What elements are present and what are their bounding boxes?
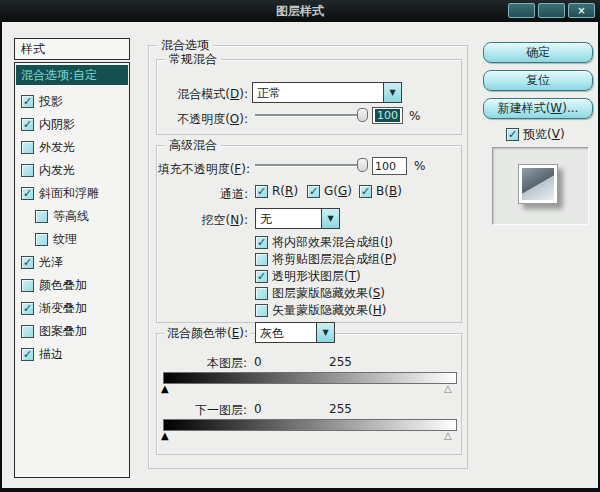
ok-button[interactable]: 确定 [483,42,593,63]
channel-g[interactable]: ✓ G(G) [307,184,352,198]
fill-opacity-slider-track [255,164,368,167]
blend-if-value: 灰色 [256,323,316,342]
this-layer-white-stop[interactable]: △ [444,384,452,394]
option-blend-clipped[interactable]: 将剪贴图层混合成组(P) [255,251,397,268]
channel-g-label: G(G) [324,184,352,198]
style-preview-panel [492,147,589,225]
pattern-overlay-checkbox[interactable] [21,325,34,338]
inner-glow-checkbox[interactable] [21,164,34,177]
styles-panel-header: 样式 [14,38,130,60]
channel-r-label: R(R) [272,184,298,198]
maximize-button[interactable] [538,3,565,18]
fill-opacity-input[interactable]: 100 [372,157,407,175]
opacity-label: 不透明度(O): [152,111,248,128]
vector-mask-hides-checkbox[interactable] [255,304,268,317]
sidebar-item-blending-options[interactable]: 混合选项:自定 [16,65,128,85]
channel-b[interactable]: ✓ B(B) [359,184,402,198]
chevron-down-icon[interactable]: ▼ [383,83,401,102]
texture-checkbox[interactable] [35,233,48,246]
underlying-layer-black-stop[interactable]: ▲ [161,431,169,441]
sidebar-item-inner-shadow[interactable]: ✓ 内阴影 [21,116,75,132]
this-layer-min: 0 [254,355,262,369]
option-vector-mask-hides[interactable]: 矢量蒙版隐藏效果(H) [255,302,386,319]
underlying-layer-label: 下一图层: [152,402,247,419]
bevel-emboss-checkbox[interactable]: ✓ [21,187,34,200]
stroke-checkbox[interactable]: ✓ [21,348,34,361]
opacity-slider[interactable] [255,108,368,122]
opacity-value: 100 [375,109,400,122]
knockout-value: 无 [256,209,321,228]
blend-clipped-checkbox[interactable] [255,253,268,266]
sidebar-item-gradient-overlay[interactable]: ✓ 渐变叠加 [21,300,87,316]
chevron-down-icon[interactable]: ▼ [321,209,339,228]
channel-r-checkbox[interactable]: ✓ [255,185,268,198]
underlying-layer-white-stop[interactable]: △ [444,431,452,441]
fill-opacity-slider-thumb[interactable] [357,158,368,172]
blend-mode-value: 正常 [253,83,383,102]
sidebar-item-contour[interactable]: 等高线 [35,208,89,224]
this-layer-label: 本图层: [152,355,247,372]
blend-interior-checkbox[interactable]: ✓ [255,236,268,249]
knockout-label: 挖空(N): [152,212,248,229]
knockout-dropdown[interactable]: 无 ▼ [255,208,340,229]
preview-toggle[interactable]: ✓ 预览(V) [506,126,565,143]
outer-glow-checkbox[interactable] [21,141,34,154]
blend-mode-label: 混合模式(D): [152,86,248,103]
fill-opacity-value: 100 [375,160,396,173]
titlebar[interactable]: 图层样式 × [0,0,600,22]
sidebar-item-pattern-overlay[interactable]: 图案叠加 [21,323,87,339]
sidebar-item-satin[interactable]: ✓ 光泽 [21,254,63,270]
opacity-slider-thumb[interactable] [357,108,368,122]
satin-checkbox[interactable]: ✓ [21,256,34,269]
style-preview-thumbnail [518,164,558,204]
styles-header-label: 样式 [21,41,45,58]
blend-mode-dropdown[interactable]: 正常 ▼ [252,82,402,103]
this-layer-gradient-bar [163,372,457,384]
style-preview-image [522,168,554,200]
preview-label: 预览(V) [523,126,565,143]
this-layer-max: 255 [329,355,352,369]
gradient-overlay-checkbox[interactable]: ✓ [21,302,34,315]
channel-g-checkbox[interactable]: ✓ [307,185,320,198]
sidebar-item-color-overlay[interactable]: 颜色叠加 [21,277,87,293]
sidebar-item-inner-glow[interactable]: 内发光 [21,162,75,178]
channel-r[interactable]: ✓ R(R) [255,184,298,198]
new-style-button[interactable]: 新建样式(W)... [483,98,593,119]
layer-style-dialog: 图层样式 × 样式 混合选项:自定 ✓ 投影 ✓ 内阴影 [0,0,600,492]
styles-list: 混合选项:自定 ✓ 投影 ✓ 内阴影 外发光 内发光 ✓ 斜面和浮雕 [14,62,130,478]
layer-mask-hides-checkbox[interactable] [255,287,268,300]
sidebar-item-texture[interactable]: 纹理 [35,231,77,247]
color-overlay-checkbox[interactable] [21,279,34,292]
general-blending-title: 常规混合 [165,51,221,68]
channel-b-checkbox[interactable]: ✓ [359,185,372,198]
opacity-input[interactable]: 100 [372,107,403,124]
fill-opacity-unit: % [414,159,425,173]
inner-shadow-checkbox[interactable]: ✓ [21,118,34,131]
underlying-layer-max: 255 [329,402,352,416]
opacity-unit: % [409,109,420,123]
sidebar-item-bevel-and-emboss[interactable]: ✓ 斜面和浮雕 [21,185,99,201]
option-blend-interior[interactable]: ✓ 将内部效果混合成组(I) [255,234,393,251]
sidebar-item-drop-shadow[interactable]: ✓ 投影 [21,93,63,109]
fill-opacity-label: 填充不透明度(F): [146,161,250,178]
fill-opacity-slider[interactable] [255,158,368,172]
preview-checkbox[interactable]: ✓ [506,128,519,141]
contour-checkbox[interactable] [35,210,48,223]
sidebar-item-stroke[interactable]: ✓ 描边 [21,346,63,362]
opacity-slider-track [255,114,368,117]
blend-if-group [156,333,462,455]
transparency-shapes-checkbox[interactable]: ✓ [255,270,268,283]
minimize-button[interactable] [508,3,535,18]
close-button[interactable]: × [568,3,595,18]
reset-button[interactable]: 复位 [483,70,593,91]
option-layer-mask-hides[interactable]: 图层蒙版隐藏效果(S) [255,285,385,302]
chevron-down-icon[interactable]: ▼ [316,323,334,342]
option-transparency-shapes[interactable]: ✓ 透明形状图层(T) [255,268,361,285]
underlying-layer-min: 0 [254,402,262,416]
dialog-title: 图层样式 [276,3,324,20]
blend-if-dropdown[interactable]: 灰色 ▼ [255,322,335,343]
sidebar-item-outer-glow[interactable]: 外发光 [21,139,75,155]
advanced-blending-title: 高级混合 [165,137,221,154]
this-layer-black-stop[interactable]: ▲ [161,384,169,394]
drop-shadow-checkbox[interactable]: ✓ [21,95,34,108]
